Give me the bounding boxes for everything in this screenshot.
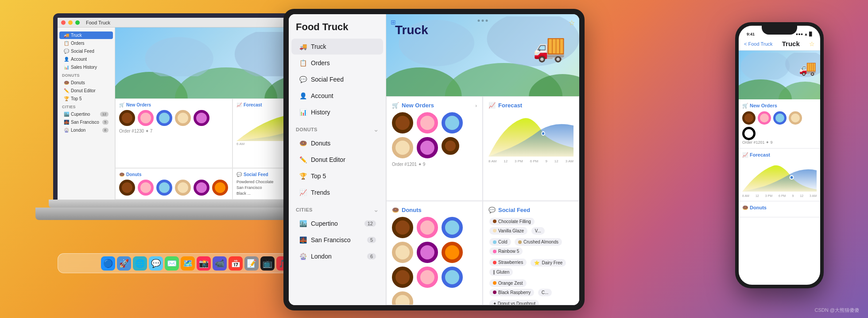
- dock-facetime[interactable]: 📹: [213, 256, 227, 271]
- dock-finder[interactable]: 🔵: [101, 256, 115, 271]
- ipad-top-dots: [478, 20, 488, 22]
- iphone-notch: [762, 26, 797, 35]
- dock-calendar[interactable]: 📅: [229, 256, 243, 271]
- svg-point-3: [145, 37, 213, 76]
- dock-appletv[interactable]: 📺: [260, 256, 275, 271]
- ipad-new-orders-donuts: [392, 112, 477, 158]
- dock-notes[interactable]: 📝: [244, 256, 259, 271]
- ipad-donuts-panel-title: 🍩 Donuts: [392, 207, 477, 213]
- donut-orange: [212, 180, 228, 196]
- mac-sidebar: 🚚Truck 📋Orders 💬Social Feed 👤Account 📊Sa…: [58, 27, 115, 200]
- iphone-truck-icon: 🚚: [799, 59, 817, 76]
- iphone-forecast-title: 📈 Forecast: [742, 152, 817, 158]
- ipad-app-title: Food Truck: [289, 21, 386, 38]
- tag-rainbow5: Rainbow 5: [489, 247, 523, 255]
- iphone-title: Truck: [782, 40, 800, 47]
- ipad-sidebar-truck[interactable]: 🚚 Truck: [291, 39, 383, 55]
- mac-sidebar-london[interactable]: 🎡London6: [59, 126, 113, 134]
- dock-mail[interactable]: ✉️: [165, 256, 179, 271]
- ipad-donuts-row: [392, 217, 477, 306]
- ipad-hero-title: Truck: [395, 23, 428, 37]
- ipad-donut-3: [442, 112, 463, 133]
- ipad-sidebar-cupertino[interactable]: 🏙️ Cupertino 12: [291, 216, 383, 232]
- iphone-frame: 9:41 ●●● ▲ ▉ < Food Truck Truck ☆ 🚚: [735, 22, 824, 288]
- ipad-sidebar-history[interactable]: 📊 History: [291, 104, 383, 120]
- ipad-screen: Food Truck 🚚 Truck 📋 Orders 💬 Social Fee…: [289, 14, 579, 305]
- sf-icon: 🌉: [298, 236, 307, 244]
- donut-pink: [138, 110, 154, 126]
- mac-sidebar-donuts[interactable]: 🍩Donuts: [59, 79, 113, 86]
- mac-sidebar-san-francisco[interactable]: 🌉San Francisco5: [59, 118, 113, 126]
- tag-donut-vs: ✦ Donut vs Doughnut: [489, 300, 539, 305]
- ipad-frame: Food Truck 🚚 Truck 📋 Orders 💬 Social Fee…: [283, 9, 585, 310]
- ipad-donuts-panel: 🍩 Donuts: [386, 201, 483, 306]
- ipad-sidebar-donuts[interactable]: 🍩 Donuts: [291, 135, 383, 151]
- mac-order-info: Order #1230 ✦ 7: [119, 129, 229, 133]
- london-icon: 🎡: [298, 252, 307, 261]
- mac-donuts-row-2: [119, 180, 229, 196]
- mac-sidebar-account[interactable]: 👤Account: [59, 55, 113, 63]
- ipad-sidebar-top5[interactable]: 🏆 Top 5: [291, 168, 383, 184]
- mac-minimize-button[interactable]: [68, 20, 73, 25]
- ipad-sidebar-trends[interactable]: 📈 Trends: [291, 185, 383, 200]
- donut-glaze-2: [175, 180, 191, 196]
- social-feed-icon: 💬: [298, 75, 307, 84]
- iphone-hero: 🚚: [739, 51, 820, 99]
- account-icon: 👤: [298, 91, 307, 100]
- mac-sidebar-top5[interactable]: 🏆Top 5: [59, 95, 113, 102]
- ipad: Food Truck 🚚 Truck 📋 Orders 💬 Social Fee…: [283, 9, 585, 310]
- ipad-donut-4: [392, 137, 413, 158]
- ipad-donut-d6: [442, 242, 463, 263]
- dock-photos[interactable]: 📸: [197, 256, 211, 271]
- ipad-sidebar-donut-editor[interactable]: ✏️ Donut Editor: [291, 152, 383, 168]
- iphone-donut-5: [742, 127, 756, 140]
- iphone-donuts-row: [742, 111, 817, 140]
- ipad-donut-d2: [417, 217, 438, 238]
- ipad-forecast-panel: 📈 Forecast: [483, 96, 579, 201]
- mac-sidebar-cities-section: Cities: [58, 103, 115, 110]
- mac-sidebar-donut-editor[interactable]: ✏️Donut Editor: [59, 87, 113, 94]
- dock-safari[interactable]: 🌐: [133, 256, 147, 271]
- svg-point-10: [542, 132, 545, 135]
- ipad-sidebar-orders[interactable]: 📋 Orders: [291, 55, 383, 71]
- dock-messages[interactable]: 💬: [149, 256, 163, 271]
- tag-vanilla: Vanilla Glaze: [489, 227, 527, 235]
- mac-sidebar-social-feed[interactable]: 💬Social Feed: [59, 47, 113, 55]
- ipad-sidebar-london[interactable]: 🎡 London 6: [291, 248, 383, 264]
- ipad-sidebar-social-feed[interactable]: 💬 Social Feed: [291, 71, 383, 87]
- ipad-donut-d9: [442, 267, 463, 288]
- mac-new-orders-title: 🛒New Orders: [119, 102, 229, 107]
- ipad-truck-icon: 🚚: [533, 32, 566, 63]
- ipad-sidebar-toggle[interactable]: ⊞: [391, 19, 396, 26]
- ipad-sidebar-account[interactable]: 👤 Account: [291, 88, 383, 104]
- donut-chocolate: [119, 110, 135, 126]
- ipad-star-icon[interactable]: ☆: [569, 19, 575, 27]
- dock-maps[interactable]: 🗺️: [181, 256, 195, 271]
- iphone-back-button[interactable]: < Food Truck: [744, 41, 773, 47]
- ipad-sidebar: Food Truck 🚚 Truck 📋 Orders 💬 Social Fee…: [289, 14, 386, 305]
- iphone-header: < Food Truck Truck ☆: [739, 38, 820, 51]
- ipad-donut-d5: [417, 242, 438, 263]
- iphone-chart-labels: 8 AM123 PM6 PM9123 AM: [742, 194, 817, 197]
- tag-v: V...: [531, 227, 545, 235]
- tag-black-raspberry: Black Raspberry: [489, 289, 534, 296]
- ipad-social-feed-title: 💬 Social Feed: [488, 207, 574, 213]
- ipad-donut-d8: [417, 267, 438, 288]
- mac-sidebar-truck[interactable]: 🚚Truck: [59, 31, 113, 39]
- mac-sidebar-cupertino[interactable]: 🏙️Cupertino12: [59, 110, 113, 118]
- iphone-donut-4: [789, 111, 802, 125]
- iphone-forecast-chart: [742, 161, 817, 192]
- mac-maximize-button[interactable]: [75, 20, 80, 25]
- ipad-sidebar-san-francisco[interactable]: 🌉 San Francisco 5: [291, 232, 383, 248]
- iphone-new-orders-title: 🛒 New Orders: [742, 103, 817, 109]
- tag-gluten: ‖ Gluten: [489, 268, 513, 276]
- mac-close-button[interactable]: [61, 20, 66, 25]
- iphone-star-button[interactable]: ☆: [809, 40, 815, 47]
- iphone-new-orders-section: 🛒 New Orders Order #1201 ✦ 9: [739, 99, 820, 149]
- dock-launchpad[interactable]: 🚀: [117, 256, 131, 271]
- mac-sidebar-sales-history[interactable]: 📊Sales History: [59, 63, 113, 71]
- ipad-new-orders-panel: 🛒 New Orders › Order #1201 ✦ 9: [386, 96, 483, 201]
- tag-cold: Cold: [489, 238, 511, 246]
- ipad-donuts-section: Donuts ⌄: [289, 121, 386, 135]
- mac-sidebar-orders[interactable]: 📋Orders: [59, 39, 113, 47]
